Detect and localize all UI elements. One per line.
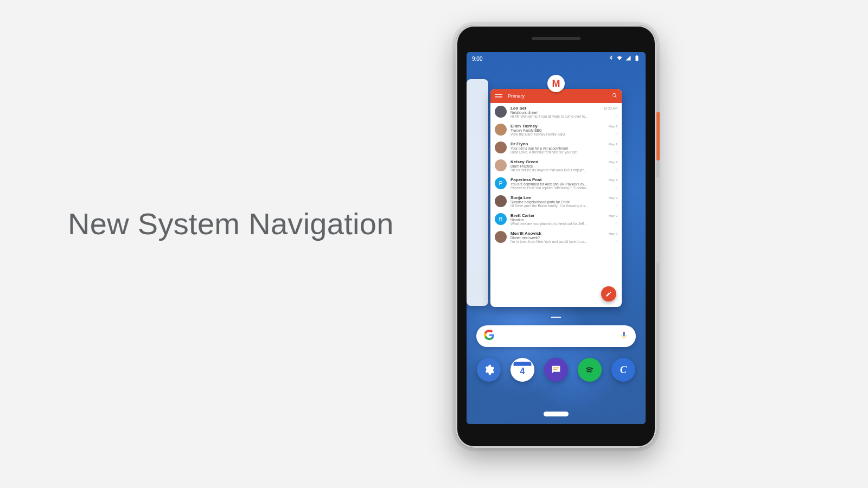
overview-handle-icon[interactable] xyxy=(551,317,561,318)
mail-subject: Reunion xyxy=(510,218,617,222)
mail-preview: Hi All! Wondering if you all want to com… xyxy=(510,114,617,118)
favorites-row: 4 C xyxy=(467,358,646,382)
star-icon[interactable]: ☆ xyxy=(615,168,618,172)
mail-sender: Ellen Tierney xyxy=(510,124,538,129)
mail-sender: Merrill Anovick xyxy=(510,231,541,236)
mail-row[interactable]: Sonja LeeMay 3Surprise neighborhood part… xyxy=(490,192,622,210)
mail-sender: Paperless Post xyxy=(510,177,541,182)
calendar-app-icon[interactable]: 4 xyxy=(510,358,534,382)
mail-row[interactable]: Kelsey GreenMay 3Drum PracticeI'm as thr… xyxy=(490,157,622,175)
star-icon[interactable]: ☆ xyxy=(615,150,618,155)
mail-time: May 3 xyxy=(609,178,617,182)
gmail-app-icon[interactable]: M xyxy=(547,75,565,92)
avatar xyxy=(495,195,507,207)
mail-preview: I'm as thrilled as anyone that your kid … xyxy=(510,168,617,172)
power-button[interactable] xyxy=(656,112,660,160)
star-icon[interactable]: ☆ xyxy=(615,203,618,208)
mail-preview: What time are you planning to head out f… xyxy=(510,222,617,226)
avatar xyxy=(495,124,507,136)
signal-icon xyxy=(625,55,631,62)
mail-sender: Kelsey Green xyxy=(510,159,538,164)
mail-row[interactable]: Dr FlynnMay 3Your pet is due for a vet a… xyxy=(490,139,622,157)
mail-sender: Dr Flynn xyxy=(510,142,528,146)
mail-preview: Hi Dave (and the Burke family), I'm thro… xyxy=(510,204,617,208)
mail-subject: Your pet is due for a vet appointment xyxy=(510,146,617,150)
mail-subject: Tierney Family BBQ xyxy=(510,129,617,132)
pencil-icon xyxy=(605,291,612,297)
mail-subject: Neighbors dinner! xyxy=(510,111,617,114)
mail-row[interactable]: PPaperless PostMay 3You are confirmed fo… xyxy=(490,175,622,192)
status-time: 9:00 xyxy=(472,56,482,62)
app-c-icon[interactable]: C xyxy=(611,358,635,382)
star-icon[interactable]: ☆ xyxy=(615,114,618,119)
avatar xyxy=(495,159,507,171)
mail-time: May 3 xyxy=(609,214,617,217)
mail-preview: View the Card Tierney Family BBQ xyxy=(510,132,617,136)
hamburger-icon[interactable] xyxy=(495,94,502,98)
avatar: P xyxy=(495,177,507,189)
mail-sender: Sonja Lee xyxy=(510,195,531,200)
mail-subject: Drum Practice xyxy=(510,164,617,168)
slide-headline: New System Navigation xyxy=(68,206,394,241)
wifi-icon xyxy=(616,55,623,62)
phone-screen: 9:00 M Primary Leo Sei10:20 AMNeighbors … xyxy=(467,52,646,424)
recents-card-previous[interactable] xyxy=(467,79,488,306)
mail-subject: Surprise neighborhood party for Chris! xyxy=(510,200,617,204)
mail-time: May 3 xyxy=(609,160,617,164)
avatar xyxy=(495,142,507,153)
spotify-app-icon[interactable] xyxy=(578,358,602,382)
mail-time: May 3 xyxy=(609,196,617,200)
star-icon[interactable]: ☆ xyxy=(615,132,618,137)
mail-preview: Dear Dave, A friendly reminder for your … xyxy=(510,150,617,154)
mail-time: 10:20 AM xyxy=(604,107,617,110)
star-icon[interactable]: ☆ xyxy=(615,221,618,226)
mail-time: May 3 xyxy=(609,143,617,146)
mail-sender: Leo Sei xyxy=(510,106,526,111)
google-g-icon xyxy=(484,330,495,343)
status-bar: 9:00 xyxy=(467,52,646,65)
avatar xyxy=(495,106,507,118)
google-search-bar[interactable] xyxy=(476,325,636,347)
spotify-icon xyxy=(584,364,596,376)
mic-icon[interactable] xyxy=(620,331,628,342)
calendar-day-label: 4 xyxy=(520,367,525,376)
avatar xyxy=(495,231,507,243)
mail-preview: Paperless Post You replied "attending." … xyxy=(510,186,617,190)
volume-button[interactable] xyxy=(656,177,660,264)
settings-app-icon[interactable] xyxy=(477,358,501,382)
mail-row[interactable]: BBrett CarterMay 3ReunionWhat time are y… xyxy=(490,210,622,228)
messages-app-icon[interactable] xyxy=(544,358,568,382)
search-icon[interactable] xyxy=(612,93,617,99)
mail-subject: You are confirmed for Alex and BR Pavkov… xyxy=(510,182,617,186)
mail-preview: I'm in town from New York and would love… xyxy=(510,240,617,243)
mail-row[interactable]: Leo Sei10:20 AMNeighbors dinner!Hi All! … xyxy=(490,103,622,121)
mail-row[interactable]: Merrill AnovickMay 3Dinner next week?I'm… xyxy=(490,228,622,246)
mail-row[interactable]: Ellen TierneyMay 3Tierney Family BBQView… xyxy=(490,121,622,139)
mail-time: May 3 xyxy=(609,125,617,128)
mail-subject: Dinner next week? xyxy=(510,236,617,240)
star-icon[interactable]: ☆ xyxy=(615,239,618,244)
mail-time: May 3 xyxy=(609,232,617,235)
mail-sender: Brett Carter xyxy=(510,213,534,218)
gmail-tab-label: Primary xyxy=(508,93,612,99)
star-icon[interactable]: ☆ xyxy=(615,185,618,190)
phone-frame: 9:00 M Primary Leo Sei10:20 AMNeighbors … xyxy=(456,25,656,448)
app-c-label: C xyxy=(620,364,627,376)
battery-icon xyxy=(634,55,640,62)
avatar: B xyxy=(495,213,507,225)
gear-icon xyxy=(483,364,495,376)
mail-list: Leo Sei10:20 AMNeighbors dinner!Hi All! … xyxy=(490,103,622,307)
home-pill[interactable] xyxy=(544,412,569,416)
recents-card-gmail[interactable]: Primary Leo Sei10:20 AMNeighbors dinner!… xyxy=(490,89,622,307)
bluetooth-icon xyxy=(608,55,614,62)
chat-bubble-icon xyxy=(550,364,562,376)
compose-fab[interactable] xyxy=(601,286,616,301)
